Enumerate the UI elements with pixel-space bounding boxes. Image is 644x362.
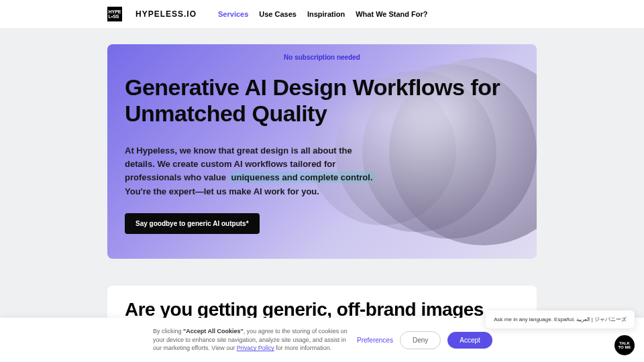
hero-badge: No subscription needed <box>125 54 519 61</box>
hero-cta-button[interactable]: Say goodbye to generic AI outputs* <box>125 213 260 234</box>
nav-use-cases[interactable]: Use Cases <box>259 10 297 18</box>
nav-inspiration[interactable]: Inspiration <box>307 10 345 18</box>
cookie-deny-button[interactable]: Deny <box>400 331 441 349</box>
hero-desc-part2: You're the expert—let us make AI work fo… <box>125 186 319 196</box>
chat-prompt-bubble[interactable]: Ask me in any language. Español. العربية… <box>486 310 635 328</box>
hero-desc-highlight: uniqueness and complete control. <box>229 172 376 183</box>
chat-fab-button[interactable]: TALKTO ME <box>614 335 635 355</box>
privacy-policy-link[interactable]: Privacy Policy <box>237 345 274 351</box>
cookie-preferences-link[interactable]: Preferences <box>357 337 393 344</box>
hero-title: Generative AI Design Workflows for Unmat… <box>125 74 514 127</box>
main-nav: Services Use Cases Inspiration What We S… <box>218 10 428 18</box>
header: HYPEL•SS HYPELESS.IO Services Use Cases … <box>0 0 644 28</box>
cookie-accept-button[interactable]: Accept <box>447 332 492 349</box>
cookie-text-3: for more information. <box>274 345 332 351</box>
logo-icon[interactable]: HYPEL•SS <box>107 7 122 21</box>
cookie-text-bold: "Accept All Cookies" <box>183 328 244 335</box>
cookie-text-1: By clicking <box>153 328 183 335</box>
hero-content: No subscription needed Generative AI Des… <box>125 54 519 234</box>
cookie-actions: Preferences Deny Accept <box>357 331 492 349</box>
hero-description: At Hypeless, we know that great design i… <box>125 144 380 198</box>
nav-services[interactable]: Services <box>218 10 248 18</box>
nav-what-we-stand-for[interactable]: What We Stand For? <box>356 10 427 18</box>
cookie-text: By clicking "Accept All Cookies", you ag… <box>153 327 347 353</box>
hero-section: No subscription needed Generative AI Des… <box>107 44 537 259</box>
brand-name[interactable]: HYPELESS.IO <box>136 9 197 19</box>
